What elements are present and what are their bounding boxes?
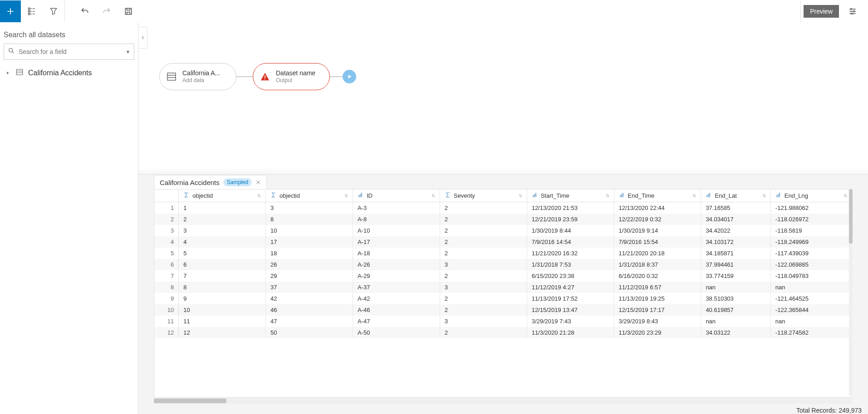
cell: 11/12/2019 4:27 [527, 282, 614, 293]
cell: 12/22/2019 0:32 [614, 214, 701, 225]
sort-icon[interactable]: ⇅ [762, 193, 766, 198]
node-title: Dataset name [276, 69, 315, 77]
sort-icon[interactable]: ⇅ [432, 193, 435, 198]
column-header[interactable]: Severity⇅ [440, 190, 527, 202]
cell: 34.185871 [701, 248, 770, 259]
cell: 1/31/2018 8:37 [614, 259, 701, 270]
sort-icon[interactable]: ⇅ [257, 193, 261, 198]
table-row[interactable]: 101046A-46212/15/2019 13:4712/15/2019 17… [154, 304, 852, 316]
cell: 29 [266, 270, 353, 282]
cell: 3 [266, 202, 353, 214]
svg-rect-15 [533, 195, 534, 197]
column-header[interactable]: objectid⇅ [179, 190, 266, 202]
cell: 11/3/2020 23:29 [614, 327, 701, 338]
cell: A-42 [353, 293, 440, 304]
table-row[interactable]: 113A-3212/13/2020 21:5312/13/2020 22:443… [154, 202, 852, 214]
sort-icon[interactable]: ⇅ [519, 193, 522, 198]
cell: 12/13/2020 22:44 [614, 202, 701, 214]
vertical-scrollbar[interactable] [849, 189, 853, 396]
column-header[interactable]: End_Lat⇅ [701, 190, 770, 202]
row-number: 9 [154, 293, 179, 304]
table-row[interactable]: 121250A-50211/3/2020 21:2811/3/2020 23:2… [154, 327, 852, 338]
svg-rect-1 [29, 10, 30, 12]
table-row[interactable]: 4417A-1727/9/2016 14:547/9/2016 15:5434.… [154, 236, 852, 248]
sort-icon[interactable]: ⇅ [606, 193, 609, 198]
cell: 1/30/2019 9:14 [614, 225, 701, 236]
table-row[interactable]: 5518A-18211/21/2020 16:3211/21/2020 20:1… [154, 248, 852, 259]
table-row[interactable]: 7729A-2926/15/2020 23:386/16/2020 0:3233… [154, 270, 852, 282]
expand-icon[interactable] [5, 71, 11, 75]
preview-button[interactable]: Preview [804, 5, 839, 18]
workflow-canvas[interactable]: California A... Add data Dataset name Ou… [138, 22, 868, 175]
cell: A-26 [353, 259, 440, 270]
table-row[interactable]: 8837A-37311/12/2019 4:2711/12/2019 6:57n… [154, 282, 852, 293]
svg-rect-25 [778, 194, 779, 197]
cell: 3 [440, 259, 527, 270]
cell: 50 [266, 327, 353, 338]
redo-button[interactable] [96, 0, 118, 22]
svg-point-6 [851, 13, 853, 14]
dataset-tree-item[interactable]: California Accidents [4, 65, 134, 81]
column-header[interactable]: End_Time⇅ [614, 190, 701, 202]
svg-rect-2 [29, 13, 30, 15]
column-header[interactable]: objectid⇅ [266, 190, 353, 202]
cell: 47 [266, 316, 353, 327]
preview-tab[interactable]: California Accidents Sampled [154, 175, 267, 189]
save-button[interactable] [118, 0, 139, 22]
column-header[interactable]: Start_Time⇅ [527, 190, 614, 202]
cell: 11/12/2019 6:57 [614, 282, 701, 293]
sort-icon[interactable]: ⇅ [344, 193, 348, 198]
search-input-wrapper[interactable]: ▼ [4, 44, 134, 60]
svg-rect-10 [265, 75, 265, 78]
cell: nan [770, 282, 852, 293]
cell: 12 [179, 327, 266, 338]
table-row[interactable]: 111147A-4733/29/2019 7:433/29/2019 8:43n… [154, 316, 852, 327]
sigma-icon [270, 192, 277, 200]
cell: A-3 [353, 202, 440, 214]
cell: -121.464525 [770, 293, 852, 304]
cell: -118.274582 [770, 327, 852, 338]
table-row[interactable]: 228A-8212/21/2019 23:5912/22/2019 0:3234… [154, 214, 852, 225]
dataset-label: California Accidents [28, 69, 92, 77]
svg-rect-0 [29, 8, 30, 9]
sort-icon[interactable]: ⇅ [843, 193, 847, 198]
run-button[interactable] [343, 70, 356, 83]
cell: 3/29/2019 8:43 [614, 316, 701, 327]
node-input-dataset[interactable]: California A... Add data [159, 63, 236, 90]
node-output-dataset[interactable]: Dataset name Output [253, 63, 330, 90]
sort-icon[interactable]: ⇅ [692, 193, 696, 198]
data-table[interactable]: objectid⇅objectid⇅ID⇅Severity⇅Start_Time… [154, 190, 852, 338]
node-subtitle: Add data [182, 77, 220, 83]
table-row[interactable]: 3310A-1021/30/2019 8:441/30/2019 9:1434.… [154, 225, 852, 236]
bars-icon [619, 192, 625, 200]
cell: 2 [440, 304, 527, 316]
column-label: Severity [454, 192, 475, 199]
table-row[interactable]: 6626A-2631/31/2018 7:531/31/2018 8:3737.… [154, 259, 852, 270]
cell: 11/21/2020 16:32 [527, 248, 614, 259]
cell: 3 [179, 225, 266, 236]
column-header[interactable]: ID⇅ [353, 190, 440, 202]
close-icon[interactable] [255, 179, 261, 186]
column-header[interactable]: End_Lng⇅ [770, 190, 852, 202]
row-number: 1 [154, 202, 179, 214]
row-number: 12 [154, 327, 179, 338]
sigma-icon [183, 192, 190, 200]
cell: nan [701, 316, 770, 327]
svg-rect-13 [360, 194, 361, 197]
cell: 40.619857 [701, 304, 770, 316]
cell: -118.049783 [770, 270, 852, 282]
cell: 11/13/2019 17:52 [527, 293, 614, 304]
schema-icon[interactable] [21, 0, 43, 22]
search-input[interactable] [19, 48, 126, 55]
collapse-sidebar-button[interactable] [138, 27, 147, 49]
undo-button[interactable] [74, 0, 96, 22]
add-button[interactable] [0, 0, 21, 22]
filter-icon[interactable] [43, 0, 64, 22]
data-preview-panel: California Accidents Sampled obje [138, 175, 868, 414]
row-number: 11 [154, 316, 179, 327]
settings-icon[interactable] [842, 0, 863, 22]
horizontal-scrollbar[interactable] [154, 398, 853, 404]
chevron-down-icon[interactable]: ▼ [126, 49, 130, 54]
table-row[interactable]: 9942A-42211/13/2019 17:5211/13/2019 19:2… [154, 293, 852, 304]
cell: -117.439039 [770, 248, 852, 259]
